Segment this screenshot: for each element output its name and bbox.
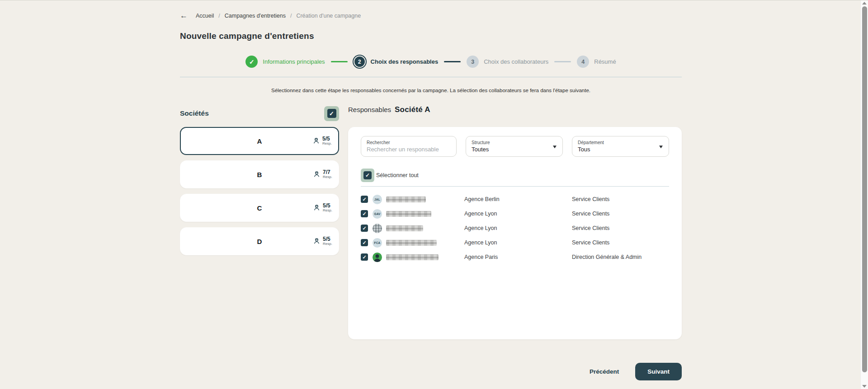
company-card-d[interactable]: D 5/5 Resp.	[180, 227, 339, 255]
step-choix-des-collaborateurs[interactable]: 3 Choix des collaborateurs	[467, 56, 548, 68]
step-connector	[554, 61, 571, 62]
step-connector	[331, 61, 348, 62]
responsable-row: FCA Agence Lyon Service Clients	[361, 235, 669, 250]
back-arrow-icon[interactable]: ←	[180, 11, 188, 20]
vertical-scrollbar	[860, 0, 868, 389]
row-structure: Agence Lyon	[464, 239, 572, 246]
row-structure: Agence Lyon	[464, 211, 572, 217]
responsables-count-label: Resp.	[323, 175, 332, 179]
responsables-panel: Responsables Société A Rechercher Struct…	[348, 105, 682, 380]
person-icon	[312, 137, 320, 145]
main-content: ← Accueil / Campagnes d'entretiens / Cré…	[180, 0, 682, 380]
row-checkbox[interactable]	[361, 225, 368, 232]
redacted-name	[386, 197, 426, 202]
row-department: Service Clients	[572, 225, 669, 231]
row-checkbox[interactable]	[361, 239, 368, 246]
breadcrumb-campaigns[interactable]: Campagnes d'entretiens	[225, 13, 286, 19]
select-all-highlight	[361, 169, 374, 182]
companies-select-all-highlight	[324, 106, 339, 121]
row-department: Service Clients	[572, 239, 669, 246]
scroll-up-icon[interactable]	[862, 2, 867, 5]
row-structure: Agence Paris	[464, 254, 572, 260]
divider	[361, 186, 669, 187]
row-structure: Agence Lyon	[464, 225, 572, 231]
row-checkbox[interactable]	[361, 196, 368, 203]
step-label: Choix des responsables	[371, 58, 439, 65]
row-department: Direction Générale & Admin	[572, 254, 669, 260]
responsables-count-label: Resp.	[322, 142, 332, 146]
companies-panel: Sociétés A 5/5 Resp. B	[180, 105, 339, 380]
divider	[180, 77, 682, 77]
responsables-title-prefix: Responsables	[348, 106, 391, 113]
avatar: GAV	[373, 209, 382, 219]
companies-title: Sociétés	[180, 109, 209, 117]
responsable-row: Agence Paris Direction Générale & Admin	[361, 250, 669, 264]
avatar-photo	[373, 253, 382, 262]
step-helper-text: Sélectionnez dans cette étape les respon…	[180, 88, 682, 93]
breadcrumb: ← Accueil / Campagnes d'entretiens / Cré…	[180, 11, 682, 20]
select-all-checkbox[interactable]	[363, 171, 372, 179]
breadcrumb-separator: /	[218, 13, 220, 19]
step-resume[interactable]: 4 Résumé	[577, 56, 616, 68]
redacted-name	[386, 254, 439, 260]
breadcrumb-current: Création d'une campagne	[296, 13, 361, 19]
row-department: Service Clients	[572, 196, 669, 202]
check-icon: ✓	[245, 56, 258, 68]
structure-label: Structure	[472, 140, 557, 145]
structure-value: Toutes	[472, 146, 557, 153]
wizard-footer: Précédent Suivant	[348, 363, 682, 380]
responsable-row: GAV Agence Lyon Service Clients	[361, 206, 669, 221]
step-connector	[444, 61, 461, 62]
responsables-count-label: Resp.	[323, 242, 332, 246]
responsable-row: JAL Agence Berlin Service Clients	[361, 192, 669, 206]
avatar: FCA	[373, 238, 382, 248]
page-title: Nouvelle campagne d'entretiens	[180, 31, 682, 41]
company-card-a[interactable]: A 5/5 Resp.	[180, 127, 339, 155]
next-button[interactable]: Suivant	[635, 363, 682, 380]
departement-label: Département	[578, 140, 663, 145]
person-icon	[313, 170, 321, 178]
structure-select[interactable]: Structure Toutes	[466, 136, 563, 157]
redacted-name	[386, 225, 423, 231]
chevron-down-icon	[553, 145, 557, 148]
scroll-down-icon[interactable]	[862, 385, 867, 388]
responsables-list: JAL Agence Berlin Service Clients GAV Ag…	[361, 192, 669, 264]
company-card-c[interactable]: C 5/5 Resp.	[180, 194, 339, 222]
breadcrumb-home[interactable]: Accueil	[196, 13, 214, 19]
search-label: Rechercher	[367, 140, 451, 145]
redacted-name	[386, 211, 431, 217]
departement-value: Tous	[578, 146, 663, 153]
wizard-stepper: ✓ Informations principales 2 Choix des r…	[180, 56, 682, 68]
row-department: Service Clients	[572, 211, 669, 217]
step-number: 4	[577, 56, 589, 68]
step-number: 3	[467, 56, 479, 68]
person-icon	[313, 204, 321, 211]
responsables-count-label: Resp.	[323, 209, 332, 213]
previous-button[interactable]: Précédent	[590, 368, 619, 375]
person-icon	[313, 237, 321, 245]
step-label: Choix des collaborateurs	[484, 58, 548, 65]
redacted-name	[386, 240, 437, 246]
scrollbar-thumb[interactable]	[862, 6, 867, 372]
responsables-card: Rechercher Structure Toutes Département …	[348, 127, 682, 339]
step-number: 2	[354, 56, 366, 68]
row-checkbox[interactable]	[361, 210, 368, 217]
row-checkbox[interactable]	[361, 253, 368, 261]
responsables-title-company: Société A	[395, 105, 430, 114]
step-label: Informations principales	[263, 58, 325, 65]
step-label: Résumé	[594, 58, 616, 65]
companies-select-all-checkbox[interactable]	[327, 109, 336, 118]
departement-select[interactable]: Département Tous	[572, 136, 669, 157]
responsable-row: Agence Lyon Service Clients	[361, 221, 669, 235]
step-choix-des-responsables[interactable]: 2 Choix des responsables	[354, 56, 439, 68]
search-field[interactable]: Rechercher	[361, 136, 457, 157]
step-informations-principales[interactable]: ✓ Informations principales	[245, 56, 325, 68]
chevron-down-icon	[659, 145, 663, 148]
breadcrumb-separator: /	[290, 13, 292, 19]
avatar: JAL	[373, 195, 382, 204]
select-all-label[interactable]: Sélectionner tout	[376, 172, 419, 178]
avatar	[373, 224, 382, 233]
company-card-b[interactable]: B 7/7 Resp.	[180, 160, 339, 188]
person-silhouette-icon	[373, 253, 382, 262]
search-input[interactable]	[367, 146, 451, 153]
